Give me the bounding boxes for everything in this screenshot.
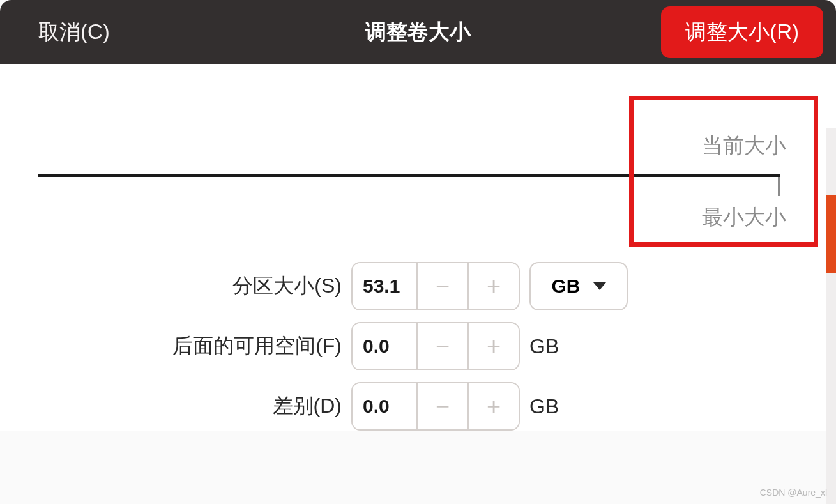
partition-size-decrement[interactable]: − — [416, 263, 467, 309]
partition-size-unit-select[interactable]: GB — [529, 262, 628, 310]
chevron-down-icon — [593, 282, 606, 290]
free-space-label: 后面的可用空间(F) — [0, 332, 342, 360]
current-size-label: 当前大小 — [702, 134, 786, 157]
size-slider-area: 当前大小 最小大小 — [0, 96, 836, 204]
partition-size-spinner: − + — [351, 262, 520, 310]
difference-increment[interactable]: + — [467, 383, 519, 429]
partition-size-row: 分区大小(S) − + GB — [0, 262, 836, 310]
difference-spinner: − + — [351, 382, 520, 431]
free-space-increment[interactable]: + — [467, 323, 519, 369]
right-edge-accent — [826, 195, 836, 273]
difference-input[interactable] — [353, 383, 416, 429]
free-space-input[interactable] — [353, 323, 416, 369]
free-space-unit: GB — [529, 335, 559, 358]
cancel-button[interactable]: 取消(C) — [13, 6, 135, 58]
partition-size-input[interactable] — [353, 263, 416, 309]
partition-size-unit-value: GB — [552, 275, 581, 297]
free-space-decrement[interactable]: − — [416, 323, 467, 369]
partition-size-increment[interactable]: + — [467, 263, 519, 309]
partition-size-label: 分区大小(S) — [0, 272, 342, 300]
form-area: 分区大小(S) − + GB 后面的可用空间(F) − + GB 差别(D) — [0, 262, 836, 431]
dialog-body: 当前大小 最小大小 分区大小(S) − + GB 后面的可用空间(F) − + — [0, 64, 836, 431]
watermark-text: CSDN @Aure_xl — [760, 487, 827, 498]
resize-button[interactable]: 调整大小(R) — [661, 6, 823, 58]
free-space-spinner: − + — [351, 322, 520, 370]
difference-decrement[interactable]: − — [416, 383, 467, 429]
dialog-title: 调整卷大小 — [365, 18, 471, 47]
min-size-label: 最小大小 — [702, 203, 786, 232]
free-space-row: 后面的可用空间(F) − + GB — [0, 322, 836, 370]
difference-row: 差别(D) − + GB — [0, 382, 836, 431]
slider-tick — [778, 177, 780, 196]
difference-label: 差别(D) — [0, 392, 342, 420]
dialog-header: 取消(C) 调整卷大小 调整大小(R) — [0, 0, 836, 64]
size-slider-track[interactable] — [38, 174, 780, 177]
difference-unit: GB — [529, 395, 559, 418]
